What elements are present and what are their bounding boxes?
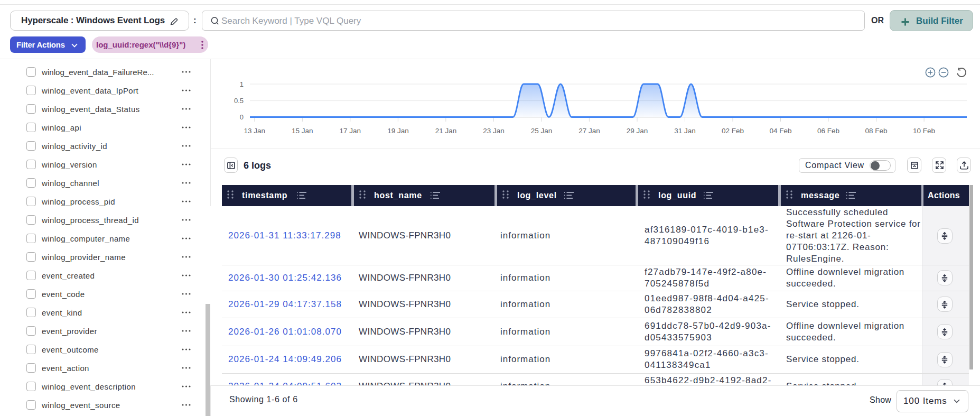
svg-text:29 Jan: 29 Jan (627, 127, 648, 135)
svg-text:19 Jan: 19 Jan (387, 127, 409, 135)
svg-text:10 Feb: 10 Feb (913, 127, 935, 135)
svg-text:31 Jan: 31 Jan (674, 127, 696, 135)
svg-text:15 Jan: 15 Jan (292, 127, 313, 135)
svg-text:08 Feb: 08 Feb (865, 127, 888, 135)
svg-text:13 Jan: 13 Jan (244, 127, 266, 135)
svg-text:17 Jan: 17 Jan (340, 127, 361, 135)
svg-text:23 Jan: 23 Jan (483, 127, 505, 135)
svg-text:25 Jan: 25 Jan (531, 127, 553, 135)
svg-text:02 Feb: 02 Feb (722, 127, 744, 135)
svg-text:0: 0 (240, 113, 244, 121)
svg-text:27 Jan: 27 Jan (578, 127, 600, 135)
svg-text:1: 1 (240, 80, 244, 88)
svg-text:21 Jan: 21 Jan (435, 127, 457, 135)
svg-text:06 Feb: 06 Feb (817, 127, 839, 135)
svg-text:0.5: 0.5 (234, 97, 244, 105)
svg-text:04 Feb: 04 Feb (769, 127, 791, 135)
